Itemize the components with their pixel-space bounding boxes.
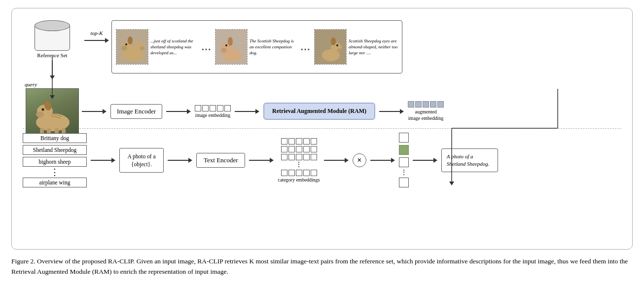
- retrieved-text-3: Scottish Sheepdog eyes are almond-shaped…: [349, 38, 398, 56]
- cat-brittany-dog: Brittany dog: [23, 133, 87, 143]
- ellipsis-1: …: [201, 41, 211, 53]
- cat-shetland-label: Shetland Sheepdog: [33, 147, 76, 153]
- cat-emb-to-multiply-arrow: [324, 157, 349, 163]
- photo-template-box: A photo of a {object}.: [119, 148, 164, 173]
- multiply-symbol: ×: [353, 153, 366, 167]
- reference-set-label: Reference Set: [35, 52, 70, 59]
- ce-1: [281, 138, 287, 145]
- svg-point-34: [337, 48, 342, 52]
- score-1: [399, 133, 409, 143]
- emb-sq-4: [217, 105, 223, 111]
- retrieved-item-1: ...just off of scotland the shetland she…: [116, 29, 197, 65]
- query-image: [26, 88, 79, 136]
- ram-box: Retrieval Augmented Module (RAM): [263, 103, 375, 120]
- aug-sq-5: [437, 101, 444, 108]
- similarity-scores: ⋮: [399, 133, 409, 187]
- retrieved-img-3: [314, 29, 347, 65]
- ce-15: [311, 154, 317, 160]
- encoder-to-cat-emb-arrow: [249, 157, 274, 163]
- svg-point-36: [331, 37, 336, 45]
- ce-16: [281, 170, 287, 176]
- ce-10: [311, 146, 317, 152]
- emb-sq-1: [195, 105, 201, 111]
- ce-18: [296, 170, 302, 176]
- svg-point-28: [221, 48, 227, 53]
- query-label: query: [25, 81, 37, 87]
- svg-point-21: [125, 43, 127, 45]
- retrieved-text-2: The Scottish Sheepdog is an excellent co…: [250, 38, 296, 56]
- image-embedding-squares: [195, 105, 231, 111]
- scores-to-output-arrow: [413, 157, 437, 163]
- retrieved-items-box: ...just off of scotland the shetland she…: [111, 20, 402, 73]
- cat-ellipsis: ⋮: [23, 169, 87, 176]
- retrieved-text-1: ...just off of scotland the shetland she…: [150, 38, 197, 56]
- encoder-to-embedding-arrow: [166, 109, 191, 114]
- ce-13: [296, 154, 302, 160]
- ce-19: [303, 170, 310, 176]
- score-3: [399, 157, 409, 167]
- encoder-row: Image Encoder image embedding: [23, 101, 621, 121]
- aug-sq-2: [415, 101, 422, 108]
- ram-to-aug-arrow: [379, 109, 404, 114]
- emb-sq-5: [224, 105, 231, 111]
- retrieved-item-2: The Scottish Sheepdog is an excellent co…: [215, 29, 296, 65]
- template-to-encoder-arrow: [168, 157, 192, 163]
- ce-2: [288, 138, 295, 145]
- cylinder-icon: [35, 20, 70, 50]
- cat-emb-grid: ⋮: [281, 138, 317, 176]
- ce-5: [311, 138, 317, 145]
- category-embeddings-area: ⋮ category embeddings: [278, 138, 320, 182]
- output-text-box: A photo of a Shetland Sheepdog.: [441, 148, 498, 173]
- ram-label: Retrieval Augmented Module (RAM): [272, 108, 366, 115]
- retrieved-img-1: [116, 29, 148, 65]
- retrieved-img-2: [215, 29, 248, 65]
- ce-7: [288, 146, 295, 152]
- left-column: Reference Set query: [23, 17, 82, 136]
- cat-to-template-arrow: [91, 157, 115, 163]
- ce-17: [288, 170, 295, 176]
- svg-point-8: [36, 111, 44, 117]
- text-encoder-box: Text Encoder: [196, 153, 245, 168]
- figure-caption: Figure 2. Overview of the proposed RA-CL…: [11, 256, 633, 277]
- image-embedding-label: image embedding: [195, 112, 230, 118]
- aug-sq-3: [423, 101, 429, 108]
- query-to-encoder-arrow: [82, 109, 107, 114]
- ce-11: [281, 154, 287, 160]
- topk-label: top-K: [90, 30, 103, 36]
- svg-point-24: [140, 46, 144, 50]
- diagram-container: Reference Set query: [11, 8, 633, 250]
- svg-point-29: [225, 44, 227, 46]
- embedding-to-ram-arrow: [235, 109, 259, 114]
- cat-airplane: airplane wing: [23, 178, 87, 187]
- score-dots: ⋮: [400, 170, 407, 175]
- svg-point-35: [336, 44, 338, 46]
- output-text: A photo of a Shetland Sheepdog.: [447, 153, 490, 167]
- aug-embedding-squares: [408, 101, 444, 108]
- ce-9: [303, 146, 310, 152]
- emb-sq-2: [202, 105, 209, 111]
- cat-emb-dots: ⋮: [295, 162, 302, 168]
- multiply-to-scores-arrow: [370, 157, 395, 163]
- svg-point-22: [128, 36, 133, 44]
- augmented-embedding-area: augmentedimage embedding: [408, 101, 444, 121]
- down-arrow-connector: [50, 61, 55, 79]
- ce-6: [281, 146, 287, 152]
- augmented-label: augmentedimage embedding: [408, 109, 443, 121]
- photo-template-text: A photo of a {object}.: [127, 153, 155, 167]
- category-list: Brittany dog Shetland Sheepdog bighorn s…: [23, 133, 87, 187]
- reference-set-area: Reference Set: [35, 20, 70, 59]
- score-4: [399, 178, 409, 187]
- retrieved-item-3: Scottish Sheepdog eyes are almond-shaped…: [314, 29, 398, 65]
- cat-bighorn: bighorn sheep: [23, 157, 87, 167]
- ce-14: [303, 154, 310, 160]
- score-2-highlight: [399, 145, 409, 155]
- svg-point-9: [42, 109, 44, 111]
- aug-sq-4: [430, 101, 436, 108]
- ce-4: [303, 138, 310, 145]
- bottom-section: Brittany dog Shetland Sheepdog bighorn s…: [23, 133, 621, 187]
- ce-20: [311, 170, 317, 176]
- svg-point-30: [228, 37, 233, 46]
- aug-sq-1: [408, 101, 414, 108]
- emb-sq-3: [210, 105, 216, 111]
- image-embedding-area: image embedding: [195, 105, 231, 118]
